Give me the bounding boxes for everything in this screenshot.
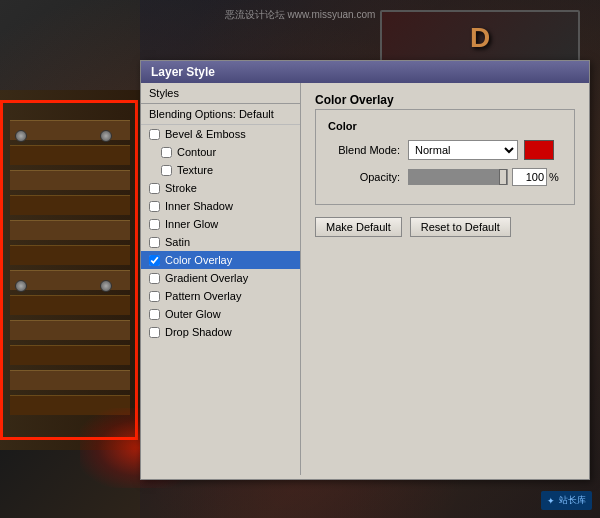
style-item-bevel[interactable]: Bevel & Emboss [141,125,300,143]
outer-glow-checkbox[interactable] [149,309,160,320]
button-row: Make Default Reset to Default [315,217,575,237]
style-item-pattern-overlay[interactable]: Pattern Overlay [141,287,300,305]
color-swatch[interactable] [524,140,554,160]
reset-default-button[interactable]: Reset to Default [410,217,511,237]
contour-checkbox[interactable] [161,147,172,158]
inner-shadow-checkbox[interactable] [149,201,160,212]
logo-badge: ✦ 站长库 [541,491,592,510]
stroke-checkbox[interactable] [149,183,160,194]
texture-checkbox[interactable] [161,165,172,176]
blending-options-item[interactable]: Blending Options: Default [141,104,300,125]
blend-mode-row: Blend Mode: Normal Multiply Screen Overl… [328,140,562,160]
logo-icon: ✦ [547,496,555,506]
styles-panel: Styles Blending Options: Default Bevel &… [141,83,301,475]
percent-symbol: % [549,171,559,183]
style-item-drop-shadow[interactable]: Drop Shadow [141,323,300,341]
color-subtitle: Color [328,120,562,132]
style-item-inner-glow[interactable]: Inner Glow [141,215,300,233]
color-overlay-checkbox[interactable] [149,255,160,266]
style-item-color-overlay[interactable]: Color Overlay [141,251,300,269]
watermark-text: 恶流设计论坛 www.missyuan.com [225,8,376,22]
style-item-contour[interactable]: Contour [141,143,300,161]
style-item-gradient-overlay[interactable]: Gradient Overlay [141,269,300,287]
make-default-button[interactable]: Make Default [315,217,402,237]
dialog-content: Styles Blending Options: Default Bevel &… [141,83,589,475]
pattern-overlay-checkbox[interactable] [149,291,160,302]
blend-mode-label: Blend Mode: [328,144,408,156]
inner-glow-checkbox[interactable] [149,219,160,230]
dialog-title: Layer Style [151,65,215,79]
style-item-stroke[interactable]: Stroke [141,179,300,197]
opacity-input[interactable]: 100 [512,168,547,186]
styles-header: Styles [141,83,300,104]
satin-checkbox[interactable] [149,237,160,248]
opacity-label: Opacity: [328,171,408,183]
color-section-box: Color Blend Mode: Normal Multiply Screen… [315,109,575,205]
style-item-texture[interactable]: Texture [141,161,300,179]
blend-mode-select[interactable]: Normal Multiply Screen Overlay [408,140,518,160]
settings-panel: Color Overlay Color Blend Mode: Normal M… [301,83,589,475]
style-item-inner-shadow[interactable]: Inner Shadow [141,197,300,215]
logo-text: 站长库 [559,494,586,507]
style-item-satin[interactable]: Satin [141,233,300,251]
layer-style-dialog: Layer Style Styles Blending Options: Def… [140,60,590,480]
drop-shadow-checkbox[interactable] [149,327,160,338]
bevel-checkbox[interactable] [149,129,160,140]
color-overlay-title: Color Overlay [315,93,575,107]
opacity-row: Opacity: 100 % [328,168,562,186]
style-item-outer-glow[interactable]: Outer Glow [141,305,300,323]
gradient-overlay-checkbox[interactable] [149,273,160,284]
dialog-titlebar: Layer Style [141,61,589,83]
opacity-slider[interactable] [408,169,508,185]
